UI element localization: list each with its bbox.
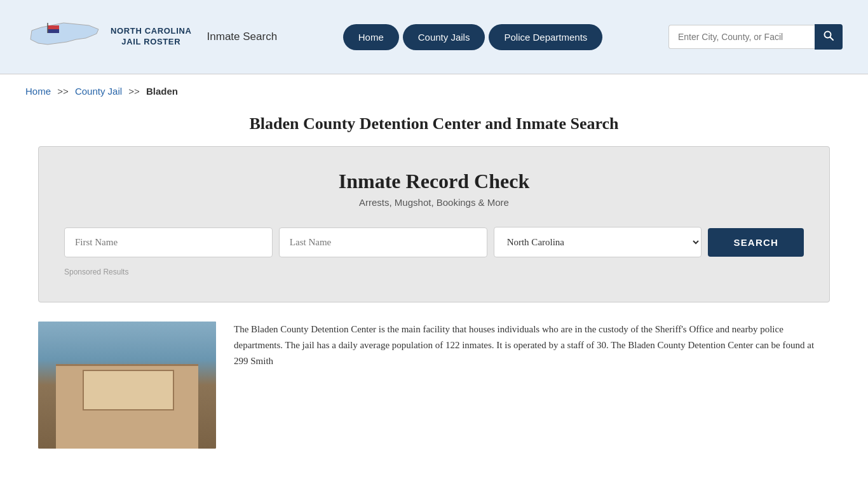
svg-marker-0 bbox=[31, 23, 98, 44]
search-icon bbox=[824, 30, 834, 41]
svg-rect-2 bbox=[48, 29, 59, 33]
header: NORTH CAROLINA JAIL ROSTER Inmate Search… bbox=[0, 0, 868, 74]
inmate-search-label: Inmate Search bbox=[207, 30, 278, 43]
header-search-input[interactable] bbox=[668, 25, 815, 49]
last-name-input[interactable] bbox=[279, 227, 487, 257]
svg-line-5 bbox=[830, 37, 833, 41]
nc-map-icon bbox=[25, 11, 102, 62]
nav-county-jails-button[interactable]: County Jails bbox=[403, 24, 485, 50]
nav-police-departments-button[interactable]: Police Departments bbox=[489, 24, 602, 50]
breadcrumb-sep2: >> bbox=[128, 86, 140, 97]
record-check-title: Inmate Record Check bbox=[64, 170, 804, 193]
facility-image bbox=[38, 322, 216, 449]
header-search-button[interactable] bbox=[815, 24, 843, 50]
breadcrumb-sep1: >> bbox=[57, 86, 69, 97]
building-illustration bbox=[38, 322, 216, 449]
first-name-input[interactable] bbox=[64, 227, 273, 257]
breadcrumb-current: Bladen bbox=[146, 86, 178, 97]
search-button[interactable]: SEARCH bbox=[708, 228, 804, 257]
search-form-row: AlabamaAlaskaArizonaArkansasCaliforniaCo… bbox=[64, 227, 804, 257]
breadcrumb-home-link[interactable]: Home bbox=[25, 86, 51, 97]
site-logo[interactable]: NORTH CAROLINA JAIL ROSTER bbox=[25, 11, 192, 62]
facility-description: The Bladen County Detention Center is th… bbox=[234, 322, 830, 449]
breadcrumb: Home >> County Jail >> Bladen bbox=[0, 74, 868, 108]
logo-text: NORTH CAROLINA JAIL ROSTER bbox=[111, 26, 192, 48]
sponsored-label: Sponsored Results bbox=[64, 268, 804, 276]
nav-home-button[interactable]: Home bbox=[343, 24, 399, 50]
state-select[interactable]: AlabamaAlaskaArizonaArkansasCaliforniaCo… bbox=[494, 227, 702, 257]
record-check-box: Inmate Record Check Arrests, Mugshot, Bo… bbox=[38, 146, 830, 302]
main-nav: Home County Jails Police Departments bbox=[343, 24, 603, 50]
page-title-area: Bladen County Detention Center and Inmat… bbox=[0, 108, 868, 146]
page-title: Bladen County Detention Center and Inmat… bbox=[25, 114, 843, 133]
record-check-subtitle: Arrests, Mugshot, Bookings & More bbox=[64, 197, 804, 208]
header-search-area bbox=[668, 24, 843, 50]
breadcrumb-county-jail-link[interactable]: County Jail bbox=[75, 86, 122, 97]
content-section: The Bladen County Detention Center is th… bbox=[0, 322, 868, 474]
